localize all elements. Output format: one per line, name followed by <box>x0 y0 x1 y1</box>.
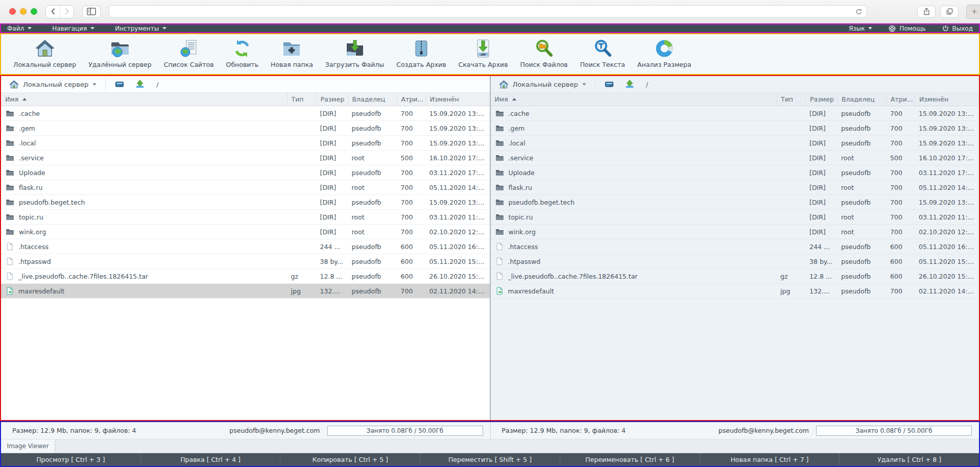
fn-delete-button[interactable]: Удалить [ Ctrl + 8 ] <box>839 453 979 466</box>
column-header-owner[interactable]: Владелец <box>837 93 886 106</box>
file-row[interactable]: wink.org [DIR] root 700 02.10.2020 12:25… <box>1 225 490 239</box>
toolbar-remote-server-button[interactable]: Удалённый сервер <box>82 37 157 68</box>
file-row[interactable]: .htaccess 244 ... pseudofb 600 05.11.202… <box>491 239 979 254</box>
file-row[interactable]: .service [DIR] root 500 16.10.2020 17:04… <box>491 151 979 165</box>
folder-icon <box>495 183 504 192</box>
disk-usage-button[interactable] <box>602 78 616 90</box>
file-row[interactable]: .htpasswd 38 by... pseudofb 600 05.11.20… <box>1 254 490 269</box>
menu-language[interactable]: Язык <box>849 25 872 32</box>
status-right: Размер: 12.9 Mb, папок: 9, файлов: 4 pse… <box>490 422 979 439</box>
menu-navigation[interactable]: Навигация <box>52 25 94 32</box>
column-header-attrs[interactable]: Атри... <box>886 93 915 106</box>
file-row[interactable]: maxresdefault jpg 132.... pseudofb 700 0… <box>1 284 490 299</box>
toolbar-create-archive-button[interactable]: Создать Архив <box>390 37 452 68</box>
new-tab-button[interactable]: + <box>966 5 980 19</box>
file-row[interactable]: .gem [DIR] pseudofb 700 15.09.2020 13:12… <box>491 121 979 136</box>
toolbar-site-list-button[interactable]: Список Сайтов <box>158 37 220 68</box>
file-row[interactable]: .htaccess 244 ... pseudofb 600 05.11.202… <box>1 239 490 254</box>
menu-tools[interactable]: Инструменты <box>115 25 166 32</box>
tabs-overview-button[interactable] <box>940 6 959 18</box>
file-row[interactable]: .service [DIR] root 500 16.10.2020 17:04… <box>1 151 490 165</box>
back-button[interactable] <box>46 6 60 18</box>
toolbar-local-server-button[interactable]: Локальный сервер <box>7 37 82 68</box>
cell-size: [DIR] <box>316 125 348 132</box>
disk-usage-button[interactable] <box>112 78 127 90</box>
url-input[interactable] <box>113 8 855 15</box>
menu-logout[interactable]: Выход <box>942 25 973 32</box>
toolbar-size-analysis-button[interactable]: Анализ Размера <box>631 37 698 68</box>
cell-name: .gem <box>1 124 287 133</box>
sidebar-toggle-button[interactable] <box>82 6 101 18</box>
fn-rename-button[interactable]: Переименовать [ Ctrl + 6 ] <box>560 453 700 466</box>
close-window-button[interactable] <box>9 8 16 15</box>
column-header-type[interactable]: Тип <box>287 93 316 106</box>
column-header-owner[interactable]: Владелец <box>348 93 397 106</box>
file-row[interactable]: maxresdefault jpg 132.... pseudofb 700 0… <box>491 284 979 299</box>
fn-edit-button[interactable]: Правка [ Ctrl + 4 ] <box>140 453 280 466</box>
column-header-modified[interactable]: Изменён <box>425 93 490 106</box>
file-row[interactable]: .gem [DIR] pseudofb 700 15.09.2020 13:12… <box>1 121 490 136</box>
cell-attrs: 700 <box>886 125 915 132</box>
zoom-window-button[interactable] <box>31 8 37 15</box>
toolbar-upload-files-button[interactable]: Загрузить Файлы <box>319 37 390 68</box>
cell-owner: pseudofb <box>837 139 886 147</box>
go-up-button[interactable] <box>133 78 147 90</box>
file-row[interactable]: .cache [DIR] pseudofb 700 15.09.2020 13:… <box>491 106 979 121</box>
menu-label: Помощь <box>899 25 925 32</box>
file-row[interactable]: pseudofb.beget.tech [DIR] pseudofb 700 1… <box>491 195 979 210</box>
file-row[interactable]: Uploade [DIR] pseudofb 700 03.11.2020 17… <box>1 165 490 180</box>
file-row[interactable]: flask.ru [DIR] root 700 05.11.2020 14:24… <box>491 180 979 195</box>
server-selector[interactable]: Локальный сервер <box>496 79 589 90</box>
browser-chrome: + <box>0 0 980 23</box>
file-row[interactable]: .local [DIR] pseudofb 700 15.09.2020 13:… <box>491 136 979 151</box>
column-header-attrs[interactable]: Атри... <box>397 93 425 106</box>
column-header-modified[interactable]: Изменён <box>915 93 979 106</box>
file-row[interactable]: _live.pseudofb..cache.7files.1826415.tar… <box>491 269 979 284</box>
cell-attrs: 600 <box>397 243 425 251</box>
tab-image-viewer[interactable]: Image Viewer <box>1 439 55 453</box>
column-header-size[interactable]: Размер <box>805 93 837 106</box>
file-row[interactable]: wink.org [DIR] root 700 02.10.2020 12:25… <box>491 225 979 239</box>
column-header-size[interactable]: Размер <box>316 93 348 106</box>
fn-copy-button[interactable]: Копировать [ Ctrl + 5 ] <box>280 453 420 466</box>
cell-modified: 02.11.2020 14:02... <box>915 287 979 295</box>
cell-modified: 15.09.2020 13:12... <box>915 139 979 147</box>
file-row[interactable]: topic.ru [DIR] root 700 03.11.2020 11:46… <box>491 210 979 225</box>
forward-button[interactable] <box>60 6 74 18</box>
cell-name: .htpasswd <box>1 257 287 265</box>
file-row[interactable]: topic.ru [DIR] root 700 03.11.2020 11:46… <box>1 210 490 225</box>
fn-move-button[interactable]: Переместить [ Shift + 5 ] <box>420 453 560 466</box>
reload-icon[interactable] <box>855 8 863 15</box>
cell-owner: root <box>348 154 397 162</box>
server-selector[interactable]: Локальный сервер <box>6 79 100 90</box>
file-row[interactable]: flask.ru [DIR] root 700 05.11.2020 14:24… <box>1 180 490 195</box>
file-row[interactable]: .cache [DIR] pseudofb 700 15.09.2020 13:… <box>1 106 490 121</box>
fn-new-folder-button[interactable]: Новая папка [ Ctrl + 7 ] <box>700 453 840 466</box>
go-up-button[interactable] <box>623 78 637 90</box>
cell-attrs: 600 <box>886 273 915 280</box>
file-row[interactable]: .local [DIR] pseudofb 700 15.09.2020 13:… <box>1 136 490 151</box>
toolbar-search-files-button[interactable]: Поиск Файлов <box>514 37 574 68</box>
menu-help[interactable]: Помощь <box>889 25 925 32</box>
file-row[interactable]: pseudofb.beget.tech [DIR] pseudofb 700 1… <box>1 195 490 210</box>
toolbar-download-archive-button[interactable]: ZIPСкачать Архив <box>452 37 514 68</box>
toolbar-new-folder-button[interactable]: Новая папка <box>265 37 319 68</box>
column-header-name[interactable]: Имя <box>491 93 777 106</box>
menu-file[interactable]: Файл <box>7 25 32 32</box>
cell-size: 38 by... <box>316 258 348 265</box>
cell-attrs: 700 <box>886 184 915 191</box>
column-header-name[interactable]: Имя <box>1 93 287 106</box>
url-bar[interactable] <box>109 5 867 18</box>
share-button[interactable] <box>917 6 936 18</box>
file-row[interactable]: Uploade [DIR] pseudofb 700 03.11.2020 17… <box>491 165 979 180</box>
chevron-down-icon <box>868 27 872 30</box>
file-row[interactable]: .htpasswd 38 by... pseudofb 600 05.11.20… <box>491 254 979 269</box>
toolbar-refresh-button[interactable]: Обновить <box>220 37 265 68</box>
column-header-type[interactable]: Тип <box>776 93 805 106</box>
toolbar-search-text-button[interactable]: Поиск Текста <box>574 37 631 68</box>
folder-icon <box>495 198 504 207</box>
fn-view-button[interactable]: Просмотр [ Ctrl + 3 ] <box>1 453 140 466</box>
file-panels: Локальный сервер / Имя Тип Размер Владел… <box>0 75 980 421</box>
minimize-window-button[interactable] <box>20 8 27 15</box>
file-row[interactable]: _live.pseudofb..cache.7files.1826415.tar… <box>1 269 490 284</box>
